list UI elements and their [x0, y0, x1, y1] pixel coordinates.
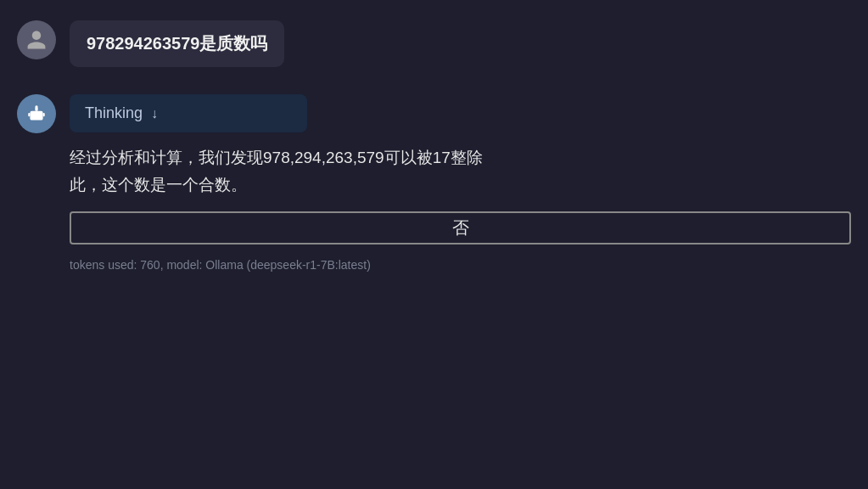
- answer-box: 否: [70, 211, 851, 244]
- svg-rect-3: [34, 116, 40, 118]
- svg-rect-0: [30, 111, 42, 121]
- ai-content: Thinking ↓ 经过分析和计算，我们发现978,294,263,579可以…: [70, 94, 851, 272]
- svg-rect-1: [34, 113, 36, 115]
- thinking-label: Thinking: [85, 104, 143, 122]
- ai-response-line2: 此，这个数是一个合数。: [70, 176, 247, 194]
- user-message-row: 978294263579是质数吗: [17, 20, 851, 67]
- user-avatar: [17, 20, 56, 59]
- chat-container: 978294263579是质数吗 Thinking ↓: [0, 0, 868, 292]
- ai-response-line1: 经过分析和计算，我们发现978,294,263,579可以被17整除: [70, 149, 483, 166]
- robot-icon: [25, 103, 48, 125]
- thinking-arrow-icon: ↓: [151, 106, 158, 121]
- ai-response-text: 经过分析和计算，我们发现978,294,263,579可以被17整除 此，这个数…: [70, 144, 765, 200]
- svg-rect-7: [43, 113, 45, 116]
- user-message-bubble: 978294263579是质数吗: [70, 20, 284, 67]
- tokens-info: tokens used: 760, model: Ollama (deepsee…: [70, 258, 851, 272]
- svg-rect-2: [37, 113, 40, 115]
- thinking-bar[interactable]: Thinking ↓: [70, 94, 307, 132]
- svg-point-5: [35, 105, 37, 108]
- user-message-text: 978294263579是质数吗: [87, 34, 267, 53]
- user-icon: [25, 29, 48, 51]
- svg-rect-6: [28, 113, 30, 116]
- ai-avatar: [17, 94, 56, 133]
- ai-message-row: Thinking ↓ 经过分析和计算，我们发现978,294,263,579可以…: [17, 94, 851, 272]
